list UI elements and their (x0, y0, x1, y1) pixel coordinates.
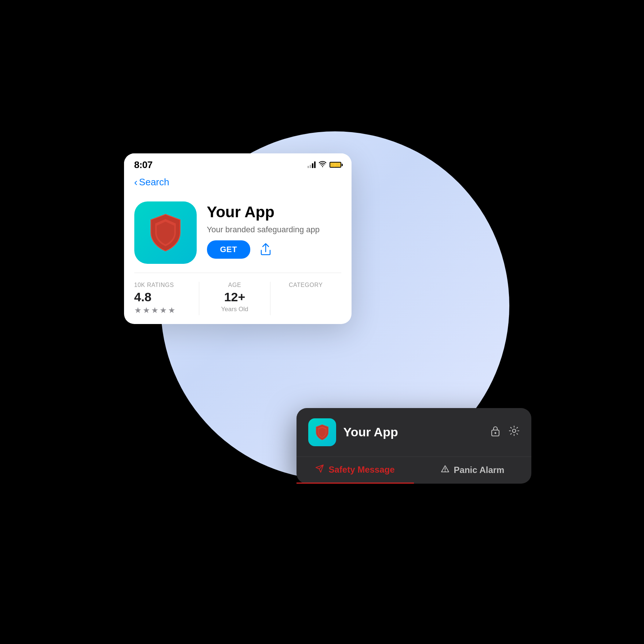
action-row: GET (207, 240, 320, 259)
category-label: CATEGORY (289, 282, 323, 288)
panic-alarm-label: Panic Alarm (454, 465, 505, 475)
scene: 8:07 ⚡ (102, 102, 542, 542)
ratings-label: 10K RATINGS (134, 282, 174, 288)
svg-point-1 (494, 432, 496, 434)
svg-point-2 (512, 429, 516, 433)
battery-icon: ⚡ (330, 162, 341, 168)
app-details: Your App Your branded safeguarding app G… (207, 201, 320, 259)
app-subtitle: Your branded safeguarding app (207, 224, 320, 236)
small-app-icon (308, 418, 336, 446)
signal-icon (308, 161, 316, 168)
app-name-title: Your App (207, 204, 320, 221)
appstore-card: 8:07 ⚡ (124, 153, 352, 324)
safety-message-label: Safety Message (328, 465, 394, 475)
dark-header-icons (490, 425, 520, 439)
status-icons: ⚡ (308, 161, 341, 169)
age-sub: Years Old (221, 306, 248, 313)
back-label: Search (139, 177, 169, 188)
share-button[interactable] (258, 241, 274, 258)
dark-tabs: Safety Message Panic Alarm (296, 456, 531, 484)
rating-value: 4.8 (134, 290, 152, 304)
status-bar: 8:07 ⚡ (124, 153, 352, 174)
tab-panic-alarm[interactable]: Panic Alarm (414, 457, 531, 484)
dark-card-header: Your App (308, 418, 520, 446)
back-button[interactable]: ‹ Search (134, 177, 341, 188)
chevron-left-icon: ‹ (134, 177, 138, 188)
warning-icon (441, 465, 450, 476)
nav-bar: ‹ Search (124, 174, 352, 194)
stars-display: ★★★★★ (134, 306, 175, 315)
wifi-icon (319, 161, 327, 169)
dark-app-card: Your App (296, 408, 531, 484)
dark-app-name: Your App (343, 425, 483, 439)
tab-safety-message[interactable]: Safety Message (296, 457, 414, 484)
settings-gear-icon[interactable] (509, 425, 520, 439)
stat-category: CATEGORY (270, 282, 341, 315)
send-icon (315, 464, 324, 475)
app-icon-large (134, 201, 197, 264)
lock-icon[interactable] (490, 425, 501, 439)
stats-row: 10K RATINGS 4.8 ★★★★★ AGE 12+ Years Old … (124, 273, 352, 324)
get-button[interactable]: GET (207, 240, 251, 259)
status-time: 8:07 (134, 159, 153, 171)
age-value: 12+ (224, 290, 245, 304)
app-info-section: Your App Your branded safeguarding app G… (124, 194, 352, 273)
age-label: AGE (228, 282, 241, 288)
stat-age: AGE 12+ Years Old (199, 282, 270, 315)
stat-ratings: 10K RATINGS 4.8 ★★★★★ (134, 282, 200, 315)
battery-lightning-icon: ⚡ (333, 163, 338, 167)
